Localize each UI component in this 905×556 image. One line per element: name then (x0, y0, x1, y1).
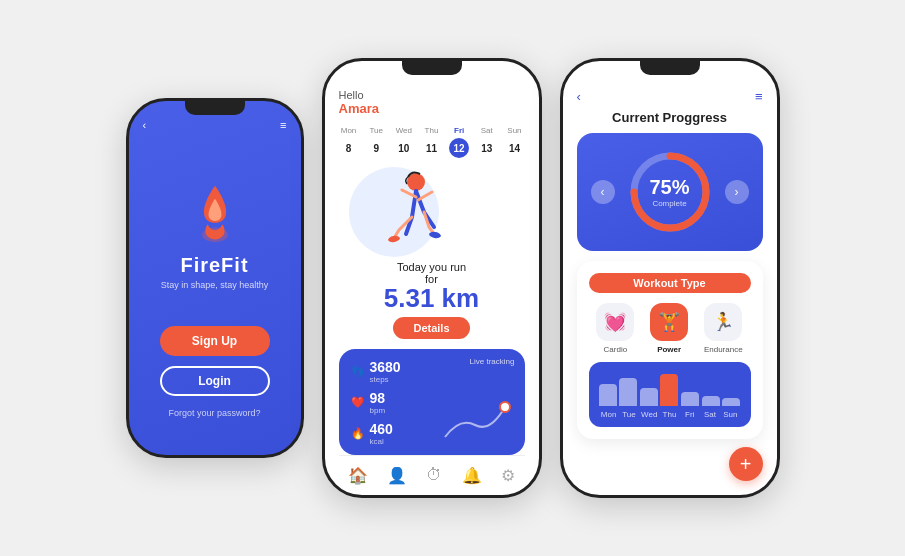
cardio-icon-box: 💓 (596, 303, 634, 341)
day-sun[interactable]: Sun 14 (504, 126, 524, 158)
workout-icons-row: 💓 Cardio 🏋 Power 🏃 Endurance (589, 303, 751, 354)
app-name: FireFit (180, 254, 248, 277)
day-mon[interactable]: Mon 8 (339, 126, 359, 158)
bar-chart: Mon Tue Wed Thu Fri Sat Sun (589, 362, 751, 427)
heart-stat: ❤️ 98 bpm (351, 390, 401, 415)
day-fri[interactable]: Fri 12 (449, 126, 469, 158)
phone-dashboard: Hello Amara Mon 8 Tue 9 Wed 10 Thu 11 Fr… (322, 58, 542, 498)
phone-login: ‹ ≡ FireFit Stay in shape, stay healthy … (126, 98, 304, 458)
run-distance: 5.31 km (384, 285, 479, 311)
steps-icon: 👣 (351, 365, 365, 378)
endurance-label: Endurance (704, 345, 743, 354)
heart-label: bpm (370, 406, 386, 415)
ring-percentage: 75% (649, 176, 689, 199)
user-name: Amara (339, 101, 525, 116)
cardio-item[interactable]: 💓 Cardio (596, 303, 634, 354)
flame-icon (189, 184, 241, 244)
nav-home-icon[interactable]: 🏠 (348, 466, 368, 485)
bar-thu (660, 374, 678, 406)
steps-stat: 👣 3680 steps (351, 359, 401, 384)
heart-icon: ❤️ (351, 396, 365, 409)
bar-sat (702, 396, 720, 406)
nav-settings-icon[interactable]: ⚙ (501, 466, 515, 485)
progress-title: Current Proggress (577, 110, 763, 125)
phone3-topbar: ‹ ≡ (577, 89, 763, 104)
cardio-icon: 💓 (604, 311, 626, 333)
steps-label: steps (370, 375, 401, 384)
steps-value: 3680 (370, 359, 401, 375)
cardio-label: Cardio (604, 345, 628, 354)
power-icon: 🏋 (658, 311, 680, 333)
calorie-stat: 🔥 460 kcal (351, 421, 401, 446)
runner-illustration (344, 162, 464, 257)
power-label: Power (657, 345, 681, 354)
day-label-thu: Thu (659, 410, 679, 419)
nav-bell-icon[interactable]: 🔔 (462, 466, 482, 485)
stats-card: 👣 3680 steps ❤️ 98 bpm 🔥 46 (339, 349, 525, 455)
stats-left: 👣 3680 steps ❤️ 98 bpm 🔥 46 (351, 359, 401, 446)
svg-point-3 (428, 231, 441, 239)
runner-section: Today you run for 5.31 km Details (339, 162, 525, 339)
bars-row (599, 370, 741, 406)
day-label-mon: Mon (599, 410, 619, 419)
bottom-nav: 🏠 👤 ⏱ 🔔 ⚙ (339, 455, 525, 495)
menu-icon[interactable]: ≡ (280, 119, 286, 131)
signup-button[interactable]: Sign Up (160, 326, 270, 356)
progress-ring: 75% Complete (625, 147, 715, 237)
svg-point-4 (500, 402, 510, 412)
week-days: Mon 8 Tue 9 Wed 10 Thu 11 Fri 12 Sat 13 (339, 126, 525, 158)
back-icon[interactable]: ‹ (577, 89, 581, 104)
heart-value: 98 (370, 390, 386, 406)
ring-text: 75% Complete (649, 176, 689, 208)
day-thu[interactable]: Thu 11 (421, 126, 441, 158)
day-tue[interactable]: Tue 9 (366, 126, 386, 158)
svg-point-2 (387, 235, 400, 243)
greeting-text: Hello (339, 89, 525, 101)
day-label-fri: Fri (680, 410, 700, 419)
bar-sun (722, 398, 740, 406)
workout-type-card: Workout Type 💓 Cardio 🏋 Power 🏃 (577, 261, 763, 439)
phone1-topbar: ‹ ≡ (129, 119, 301, 131)
login-button[interactable]: Login (160, 366, 270, 396)
bar-tue (619, 378, 637, 406)
day-label-tue: Tue (619, 410, 639, 419)
bar-chart-days: Mon Tue Wed Thu Fri Sat Sun (599, 410, 741, 419)
bar-wed (640, 388, 658, 406)
fab-button[interactable]: + (729, 447, 763, 481)
progress-ring-container: ‹ 75% Complete › (577, 133, 763, 251)
nav-timer-icon[interactable]: ⏱ (426, 466, 442, 485)
day-sat[interactable]: Sat 13 (477, 126, 497, 158)
tracking-curve-chart (440, 397, 515, 447)
calorie-icon: 🔥 (351, 427, 365, 440)
ring-complete-label: Complete (649, 199, 689, 208)
prev-arrow-button[interactable]: ‹ (591, 180, 615, 204)
run-description: Today you run for (397, 261, 466, 285)
phone-progress: ‹ ≡ Current Proggress ‹ 75% Complete › W… (560, 58, 780, 498)
day-label-wed: Wed (639, 410, 659, 419)
details-button[interactable]: Details (393, 317, 469, 339)
power-icon-box: 🏋 (650, 303, 688, 341)
menu-icon[interactable]: ≡ (755, 89, 763, 104)
day-label-sun: Sun (720, 410, 740, 419)
endurance-item[interactable]: 🏃 Endurance (704, 303, 743, 354)
forgot-password-link[interactable]: Forgot your password? (168, 408, 260, 418)
calorie-value: 460 (370, 421, 393, 437)
calorie-label: kcal (370, 437, 393, 446)
day-wed[interactable]: Wed 10 (394, 126, 414, 158)
next-arrow-button[interactable]: › (725, 180, 749, 204)
workout-type-title: Workout Type (589, 273, 751, 293)
endurance-icon-box: 🏃 (704, 303, 742, 341)
nav-profile-icon[interactable]: 👤 (387, 466, 407, 485)
bar-mon (599, 384, 617, 406)
day-label-sat: Sat (700, 410, 720, 419)
power-item[interactable]: 🏋 Power (650, 303, 688, 354)
app-tagline: Stay in shape, stay healthy (161, 280, 269, 290)
endurance-icon: 🏃 (712, 311, 734, 333)
back-icon[interactable]: ‹ (143, 119, 147, 131)
bar-fri (681, 392, 699, 406)
live-tracking-label: Live tracking (470, 357, 515, 366)
